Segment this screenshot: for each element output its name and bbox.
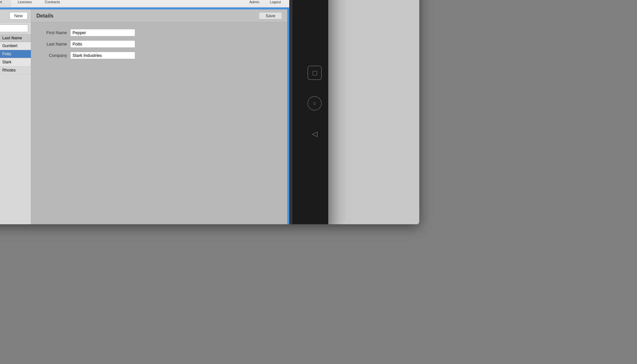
- label-lastname: Last Name: [38, 42, 67, 46]
- details-title: Details: [36, 13, 53, 19]
- save-button[interactable]: Save: [259, 12, 282, 20]
- table-row[interactable]: US Govt James Rhodes: [0, 66, 31, 74]
- table-header: Company First Name Last Name: [0, 34, 31, 42]
- new-person-button[interactable]: New: [9, 12, 28, 20]
- nav-item-art[interactable]: ✏️ Art: [0, 0, 11, 7]
- table-row[interactable]: Campsoftware Hal Gumbert: [0, 42, 31, 50]
- people-table: Company First Name Last Name Campsoftwar…: [0, 34, 31, 224]
- details-header: Details Save: [31, 9, 287, 22]
- nav-logout[interactable]: 🚪 Logout: [265, 0, 286, 7]
- table-row[interactable]: Stark Industri... Tony Stark: [0, 58, 31, 66]
- nav-label-contracts: Contracts: [45, 0, 60, 4]
- main-content: People: 4 New 🔍: [0, 7, 289, 224]
- nav-label-art: Art: [0, 0, 2, 4]
- tablet-frame: 192.168.1.2:8080 ⌂: [0, 0, 328, 224]
- nav-item-contracts[interactable]: 📋 Contracts: [38, 0, 67, 7]
- search-container: 🔍: [0, 22, 31, 34]
- nav-label-licenses: Licenses: [18, 0, 32, 4]
- cell-lastname-2: Stark: [0, 58, 28, 66]
- square-button[interactable]: ▢: [307, 66, 322, 80]
- back-button[interactable]: ◁: [307, 127, 322, 141]
- table-row[interactable]: Stark Industri... Pepper Potts: [0, 50, 31, 58]
- window-content: 192.168.1.2:8080 ⌂: [0, 0, 419, 224]
- col-header-lastname: Last Name: [0, 34, 28, 42]
- input-lastname[interactable]: [70, 40, 135, 48]
- label-firstname: First Name: [38, 30, 67, 35]
- input-company[interactable]: [70, 52, 135, 59]
- nav-item-licenses[interactable]: 👕 Licenses: [11, 0, 38, 7]
- cell-lastname-0: Gumbert: [0, 42, 28, 50]
- app-area: 192.168.1.2:8080 ⌂: [0, 0, 289, 224]
- form-row-company: Company: [38, 52, 281, 59]
- nav-label-logout: Logout: [270, 0, 281, 4]
- nav-admin[interactable]: 🔧 Admin: [244, 0, 265, 7]
- panel-header: People: 4 New: [0, 9, 31, 22]
- form-row-lastname: Last Name: [38, 40, 281, 48]
- details-form: First Name Last Name: [31, 22, 287, 70]
- content-inner: People: 4 New 🔍: [0, 9, 287, 224]
- form-row-firstname: First Name: [38, 29, 281, 36]
- search-input[interactable]: [0, 24, 28, 32]
- macos-window: 5554:Nexus_7_API_23 192.168.1.2:8080: [0, 0, 419, 224]
- nav-label-admin: Admin: [249, 0, 259, 4]
- input-firstname[interactable]: [70, 29, 135, 36]
- tablet-screen: 192.168.1.2:8080 ⌂: [0, 0, 292, 224]
- details-panel: Details Save First Name: [31, 9, 287, 224]
- cell-lastname-3: Rhodes: [0, 66, 28, 74]
- tablet-side-buttons: ▢ ○ ◁: [307, 66, 322, 141]
- people-list-panel: People: 4 New 🔍: [0, 9, 31, 224]
- circle-button[interactable]: ○: [307, 96, 322, 110]
- search-wrapper: 🔍: [0, 24, 28, 32]
- label-company: Company: [38, 53, 67, 58]
- app-nav: ⌂ Home 👥 People ✏️ Art 👕: [0, 0, 289, 7]
- cell-lastname-1: Potts: [0, 50, 28, 58]
